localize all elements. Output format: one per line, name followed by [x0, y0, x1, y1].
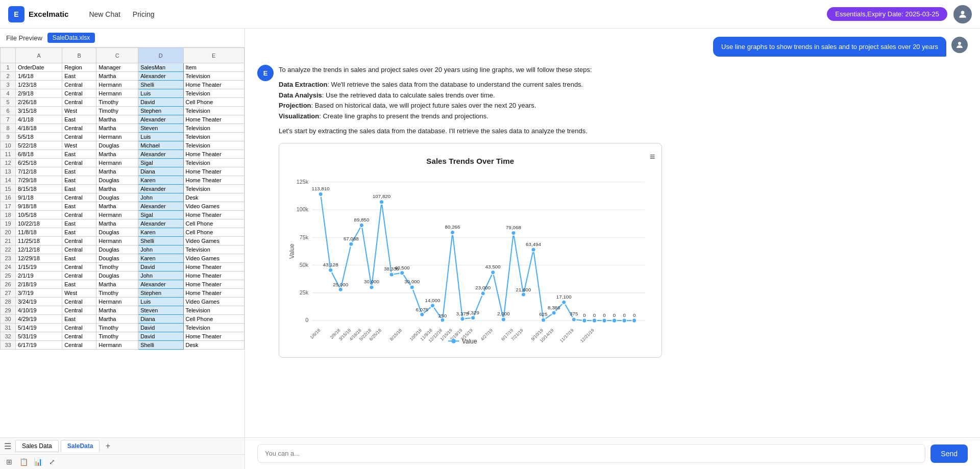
spreadsheet-cell[interactable]: Television [183, 306, 244, 315]
spreadsheet-cell[interactable]: 12/29/18 [16, 254, 62, 263]
spreadsheet-cell[interactable]: 2/18/19 [16, 280, 62, 289]
spreadsheet-cell[interactable]: 3/7/19 [16, 289, 62, 298]
spreadsheet-cell[interactable]: Central [62, 332, 96, 341]
cell-d[interactable]: Luis [138, 133, 183, 141]
spreadsheet-cell[interactable]: East [62, 254, 96, 263]
spreadsheet-cell[interactable]: 5/14/19 [16, 324, 62, 332]
spreadsheet-cell[interactable]: Douglas [96, 176, 138, 185]
spreadsheet-cell[interactable]: Television [183, 72, 244, 81]
spreadsheet-cell[interactable]: 6/17/19 [16, 341, 62, 350]
spreadsheet-cell[interactable]: 6/25/18 [16, 159, 62, 167]
spreadsheet-cell[interactable]: 7/29/18 [16, 176, 62, 185]
spreadsheet-cell[interactable]: Television [183, 89, 244, 98]
spreadsheet-cell[interactable]: Television [183, 124, 244, 133]
cell-d[interactable]: Alexander [138, 219, 183, 228]
spreadsheet-cell[interactable]: Hermann [96, 89, 138, 98]
cell-d[interactable]: Steven [138, 306, 183, 315]
cell-d[interactable]: Shelli [138, 81, 183, 89]
spreadsheet-cell[interactable]: Timothy [96, 289, 138, 298]
cell-d[interactable]: Alexander [138, 280, 183, 289]
spreadsheet-cell[interactable]: Home Theater [183, 176, 244, 185]
cell-d[interactable]: Karen [138, 254, 183, 263]
spreadsheet-cell[interactable]: Home Theater [183, 167, 244, 176]
spreadsheet-cell[interactable]: Martha [96, 167, 138, 176]
spreadsheet-cell[interactable]: Video Games [183, 237, 244, 245]
col-header-d[interactable]: D [138, 48, 183, 63]
chart-menu-icon[interactable]: ≡ [650, 150, 655, 164]
cell-d[interactable]: Alexander [138, 115, 183, 124]
spreadsheet-cell[interactable]: Central [62, 298, 96, 306]
spreadsheet-cell[interactable]: Home Theater [183, 280, 244, 289]
spreadsheet-cell[interactable]: Television [183, 185, 244, 193]
cell-d[interactable]: Shelli [138, 237, 183, 245]
send-button[interactable]: Send [930, 445, 968, 463]
spreadsheet-cell[interactable]: Martha [96, 315, 138, 324]
chat-input[interactable] [257, 444, 925, 463]
cell-d[interactable]: Sigal [138, 211, 183, 219]
spreadsheet-cell[interactable]: Martha [96, 150, 138, 159]
spreadsheet-cell[interactable]: Timothy [96, 107, 138, 115]
cell-d[interactable]: Luis [138, 298, 183, 306]
spreadsheet-cell[interactable]: Hermann [96, 341, 138, 350]
spreadsheet-cell[interactable]: Television [183, 324, 244, 332]
col-header-c[interactable]: C [96, 48, 138, 63]
spreadsheet-cell[interactable]: 11/25/18 [16, 237, 62, 245]
nav-pricing[interactable]: Pricing [133, 10, 155, 18]
spreadsheet-cell[interactable]: Hermann [96, 211, 138, 219]
spreadsheet-cell[interactable]: Timothy [96, 263, 138, 271]
spreadsheet-cell[interactable]: 10/5/18 [16, 211, 62, 219]
sheet-tab-sale-data[interactable]: SaleData [61, 440, 100, 452]
toolbar-icon-1[interactable]: ⊞ [4, 457, 14, 467]
spreadsheet-cell[interactable]: Cell Phone [183, 315, 244, 324]
cell-d[interactable]: John [138, 245, 183, 254]
spreadsheet-cell[interactable]: Martha [96, 280, 138, 289]
toolbar-icon-4[interactable]: ⤢ [47, 457, 57, 467]
file-badge[interactable]: SaleData.xlsx [47, 33, 95, 43]
spreadsheet-cell[interactable]: Martha [96, 306, 138, 315]
spreadsheet-cell[interactable]: Television [183, 133, 244, 141]
spreadsheet-cell[interactable]: Martha [96, 72, 138, 81]
cell-d[interactable]: Sigal [138, 159, 183, 167]
spreadsheet-cell[interactable]: East [62, 280, 96, 289]
spreadsheet-container[interactable]: A B C D E 1OrderDateRegionManagerSalesMa… [0, 47, 244, 437]
spreadsheet-cell[interactable]: Central [62, 98, 96, 107]
spreadsheet-cell[interactable]: Hermann [96, 133, 138, 141]
cell-d[interactable]: Alexander [138, 72, 183, 81]
spreadsheet-cell[interactable]: Central [62, 124, 96, 133]
spreadsheet-cell[interactable]: 4/10/19 [16, 306, 62, 315]
spreadsheet-cell[interactable]: Home Theater [183, 289, 244, 298]
spreadsheet-cell[interactable]: 7/12/18 [16, 167, 62, 176]
sheet-tab-sales-data[interactable]: Sales Data [15, 440, 59, 452]
spreadsheet-cell[interactable]: Television [183, 107, 244, 115]
spreadsheet-cell[interactable]: East [62, 176, 96, 185]
spreadsheet-cell[interactable]: Manager [96, 63, 138, 72]
spreadsheet-cell[interactable]: Central [62, 133, 96, 141]
spreadsheet-cell[interactable]: Hermann [96, 237, 138, 245]
spreadsheet-cell[interactable]: Martha [96, 185, 138, 193]
cell-d[interactable]: David [138, 324, 183, 332]
spreadsheet-cell[interactable]: 3/24/19 [16, 298, 62, 306]
spreadsheet-cell[interactable]: Timothy [96, 332, 138, 341]
spreadsheet-cell[interactable]: East [62, 219, 96, 228]
user-avatar[interactable] [953, 5, 972, 23]
spreadsheet-cell[interactable]: East [62, 228, 96, 237]
spreadsheet-cell[interactable]: Central [62, 81, 96, 89]
spreadsheet-cell[interactable]: 5/5/18 [16, 133, 62, 141]
spreadsheet-cell[interactable]: Home Theater [183, 271, 244, 280]
spreadsheet-cell[interactable]: 9/1/18 [16, 193, 62, 202]
cell-d[interactable]: Luis [138, 89, 183, 98]
spreadsheet-cell[interactable]: Douglas [96, 193, 138, 202]
spreadsheet-cell[interactable]: Video Games [183, 298, 244, 306]
spreadsheet-cell[interactable]: Television [183, 159, 244, 167]
spreadsheet-cell[interactable]: Central [62, 89, 96, 98]
spreadsheet-cell[interactable]: 1/15/19 [16, 263, 62, 271]
spreadsheet-cell[interactable]: West [62, 289, 96, 298]
spreadsheet-cell[interactable]: 1/6/18 [16, 72, 62, 81]
spreadsheet-cell[interactable]: 12/12/18 [16, 245, 62, 254]
cell-d[interactable]: Stephen [138, 289, 183, 298]
spreadsheet-cell[interactable]: Cell Phone [183, 228, 244, 237]
spreadsheet-cell[interactable]: 8/15/18 [16, 185, 62, 193]
cell-d[interactable]: Alexander [138, 185, 183, 193]
cell-d[interactable]: Shelli [138, 341, 183, 350]
spreadsheet-cell[interactable]: Television [183, 141, 244, 150]
